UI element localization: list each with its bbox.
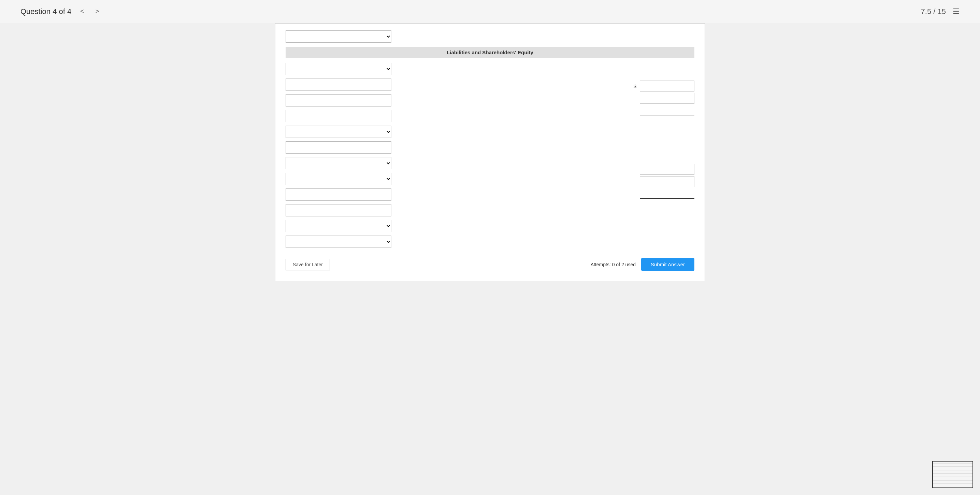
actions-bar: Save for Later Attempts: 0 of 2 used Sub… (286, 258, 694, 271)
save-later-button[interactable]: Save for Later (286, 259, 330, 271)
main-grid: $ (286, 63, 694, 248)
question-label: Question 4 of 4 (21, 7, 71, 16)
right-input-row-3 (640, 105, 694, 115)
dropdown-6[interactable] (286, 236, 391, 248)
dropdown-1[interactable] (286, 63, 391, 75)
right-input-3-underline[interactable] (640, 105, 694, 115)
right-input-1[interactable] (640, 81, 694, 91)
main-content: Liabilities and Shareholders' Equity (268, 23, 712, 302)
thumbnail-preview (932, 461, 973, 488)
thumbnail-content (933, 462, 972, 487)
text-input-6[interactable] (286, 204, 391, 216)
row-input-4 (286, 141, 612, 154)
right-input-6-underline[interactable] (640, 188, 694, 199)
row-input-5 (286, 188, 612, 201)
row-dropdown-3 (286, 157, 612, 169)
right-input-row-6 (640, 188, 694, 199)
right-col-group-2 (640, 164, 694, 199)
submit-button[interactable]: Submit Answer (641, 258, 694, 271)
attempts-label: Attempts: 0 of 2 used (591, 262, 636, 267)
score-label: 7.5 / 15 (921, 7, 946, 16)
row-input-3 (286, 110, 612, 122)
row-input-2 (286, 94, 612, 107)
right-input-row-5 (640, 176, 694, 187)
row-input-1 (286, 78, 612, 91)
right-input-row-2 (640, 93, 694, 104)
right-input-row-4 (640, 164, 694, 175)
submit-area: Attempts: 0 of 2 used Submit Answer (591, 258, 694, 271)
dropdown-3[interactable] (286, 157, 391, 169)
top-bar-right: 7.5 / 15 ☰ (921, 7, 959, 16)
right-input-4[interactable] (640, 164, 694, 175)
row-input-6 (286, 204, 612, 216)
dollar-input-row: $ (634, 81, 694, 91)
menu-icon[interactable]: ☰ (953, 7, 959, 16)
dropdown-2[interactable] (286, 126, 391, 138)
right-input-5[interactable] (640, 176, 694, 187)
prev-button[interactable]: < (78, 6, 87, 16)
text-input-1[interactable] (286, 78, 391, 91)
dollar-sign: $ (634, 83, 638, 89)
text-input-2[interactable] (286, 94, 391, 107)
text-input-4[interactable] (286, 141, 391, 154)
top-dropdown-row (286, 30, 694, 43)
right-input-2[interactable] (640, 93, 694, 104)
row-dropdown-4 (286, 173, 612, 185)
right-col-group-1: $ (634, 81, 694, 115)
dropdown-4[interactable] (286, 173, 391, 185)
row-dropdown-5 (286, 220, 612, 232)
next-button[interactable]: > (93, 6, 102, 16)
right-section: $ (619, 63, 694, 199)
row-dropdown-6 (286, 236, 612, 248)
section-header: Liabilities and Shareholders' Equity (286, 47, 694, 58)
form-container: Liabilities and Shareholders' Equity (275, 23, 705, 281)
top-bar-left: Question 4 of 4 < > (21, 6, 102, 16)
row-dropdown-2 (286, 126, 612, 138)
row-dropdown-1 (286, 63, 612, 75)
top-dropdown[interactable] (286, 30, 391, 43)
top-bar: Question 4 of 4 < > 7.5 / 15 ☰ (0, 0, 980, 23)
text-input-3[interactable] (286, 110, 391, 122)
left-section (286, 63, 612, 248)
text-input-5[interactable] (286, 188, 391, 201)
dropdown-5[interactable] (286, 220, 391, 232)
